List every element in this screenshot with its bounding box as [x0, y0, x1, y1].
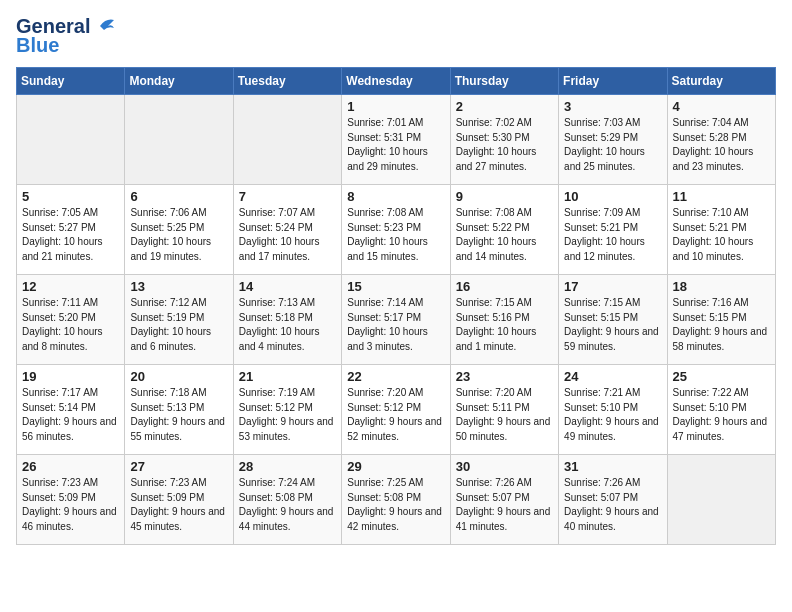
calendar-cell: 26 Sunrise: 7:23 AM Sunset: 5:09 PM Dayl… — [17, 455, 125, 545]
calendar-table: SundayMondayTuesdayWednesdayThursdayFrid… — [16, 67, 776, 545]
day-info: Sunrise: 7:23 AM Sunset: 5:09 PM Dayligh… — [22, 476, 119, 534]
calendar-cell: 1 Sunrise: 7:01 AM Sunset: 5:31 PM Dayli… — [342, 95, 450, 185]
day-number: 13 — [130, 279, 227, 294]
day-number: 14 — [239, 279, 336, 294]
calendar-cell: 25 Sunrise: 7:22 AM Sunset: 5:10 PM Dayl… — [667, 365, 775, 455]
calendar-cell: 27 Sunrise: 7:23 AM Sunset: 5:09 PM Dayl… — [125, 455, 233, 545]
calendar-cell: 14 Sunrise: 7:13 AM Sunset: 5:18 PM Dayl… — [233, 275, 341, 365]
day-number: 10 — [564, 189, 661, 204]
calendar-cell — [17, 95, 125, 185]
col-header-saturday: Saturday — [667, 68, 775, 95]
col-header-friday: Friday — [559, 68, 667, 95]
logo-bird-icon — [92, 16, 116, 36]
day-number: 20 — [130, 369, 227, 384]
logo-blue: Blue — [16, 34, 59, 57]
day-info: Sunrise: 7:26 AM Sunset: 5:07 PM Dayligh… — [564, 476, 661, 534]
day-number: 6 — [130, 189, 227, 204]
day-info: Sunrise: 7:09 AM Sunset: 5:21 PM Dayligh… — [564, 206, 661, 264]
day-number: 28 — [239, 459, 336, 474]
day-number: 27 — [130, 459, 227, 474]
calendar-cell — [233, 95, 341, 185]
day-info: Sunrise: 7:21 AM Sunset: 5:10 PM Dayligh… — [564, 386, 661, 444]
day-info: Sunrise: 7:15 AM Sunset: 5:16 PM Dayligh… — [456, 296, 553, 354]
day-info: Sunrise: 7:26 AM Sunset: 5:07 PM Dayligh… — [456, 476, 553, 534]
day-number: 9 — [456, 189, 553, 204]
day-number: 23 — [456, 369, 553, 384]
calendar-cell: 4 Sunrise: 7:04 AM Sunset: 5:28 PM Dayli… — [667, 95, 775, 185]
day-number: 16 — [456, 279, 553, 294]
day-info: Sunrise: 7:19 AM Sunset: 5:12 PM Dayligh… — [239, 386, 336, 444]
day-number: 22 — [347, 369, 444, 384]
calendar-cell: 20 Sunrise: 7:18 AM Sunset: 5:13 PM Dayl… — [125, 365, 233, 455]
calendar-cell: 18 Sunrise: 7:16 AM Sunset: 5:15 PM Dayl… — [667, 275, 775, 365]
day-info: Sunrise: 7:01 AM Sunset: 5:31 PM Dayligh… — [347, 116, 444, 174]
calendar-cell: 23 Sunrise: 7:20 AM Sunset: 5:11 PM Dayl… — [450, 365, 558, 455]
calendar-cell: 13 Sunrise: 7:12 AM Sunset: 5:19 PM Dayl… — [125, 275, 233, 365]
calendar-cell: 17 Sunrise: 7:15 AM Sunset: 5:15 PM Dayl… — [559, 275, 667, 365]
day-info: Sunrise: 7:15 AM Sunset: 5:15 PM Dayligh… — [564, 296, 661, 354]
day-info: Sunrise: 7:11 AM Sunset: 5:20 PM Dayligh… — [22, 296, 119, 354]
day-info: Sunrise: 7:12 AM Sunset: 5:19 PM Dayligh… — [130, 296, 227, 354]
day-number: 8 — [347, 189, 444, 204]
day-info: Sunrise: 7:06 AM Sunset: 5:25 PM Dayligh… — [130, 206, 227, 264]
day-info: Sunrise: 7:17 AM Sunset: 5:14 PM Dayligh… — [22, 386, 119, 444]
calendar-cell: 16 Sunrise: 7:15 AM Sunset: 5:16 PM Dayl… — [450, 275, 558, 365]
logo-general: General — [16, 16, 90, 36]
day-number: 4 — [673, 99, 770, 114]
day-info: Sunrise: 7:20 AM Sunset: 5:12 PM Dayligh… — [347, 386, 444, 444]
day-number: 19 — [22, 369, 119, 384]
calendar-cell: 12 Sunrise: 7:11 AM Sunset: 5:20 PM Dayl… — [17, 275, 125, 365]
day-info: Sunrise: 7:04 AM Sunset: 5:28 PM Dayligh… — [673, 116, 770, 174]
calendar-cell — [125, 95, 233, 185]
col-header-monday: Monday — [125, 68, 233, 95]
calendar-cell: 19 Sunrise: 7:17 AM Sunset: 5:14 PM Dayl… — [17, 365, 125, 455]
day-info: Sunrise: 7:14 AM Sunset: 5:17 PM Dayligh… — [347, 296, 444, 354]
day-number: 26 — [22, 459, 119, 474]
calendar-cell: 22 Sunrise: 7:20 AM Sunset: 5:12 PM Dayl… — [342, 365, 450, 455]
day-info: Sunrise: 7:20 AM Sunset: 5:11 PM Dayligh… — [456, 386, 553, 444]
logo: General Blue — [16, 16, 116, 57]
calendar-cell: 11 Sunrise: 7:10 AM Sunset: 5:21 PM Dayl… — [667, 185, 775, 275]
calendar-cell: 28 Sunrise: 7:24 AM Sunset: 5:08 PM Dayl… — [233, 455, 341, 545]
day-number: 1 — [347, 99, 444, 114]
day-info: Sunrise: 7:25 AM Sunset: 5:08 PM Dayligh… — [347, 476, 444, 534]
day-number: 12 — [22, 279, 119, 294]
calendar-cell: 29 Sunrise: 7:25 AM Sunset: 5:08 PM Dayl… — [342, 455, 450, 545]
day-number: 11 — [673, 189, 770, 204]
calendar-cell: 6 Sunrise: 7:06 AM Sunset: 5:25 PM Dayli… — [125, 185, 233, 275]
calendar-cell: 2 Sunrise: 7:02 AM Sunset: 5:30 PM Dayli… — [450, 95, 558, 185]
day-info: Sunrise: 7:07 AM Sunset: 5:24 PM Dayligh… — [239, 206, 336, 264]
calendar-cell: 8 Sunrise: 7:08 AM Sunset: 5:23 PM Dayli… — [342, 185, 450, 275]
day-number: 5 — [22, 189, 119, 204]
day-number: 15 — [347, 279, 444, 294]
calendar-cell: 10 Sunrise: 7:09 AM Sunset: 5:21 PM Dayl… — [559, 185, 667, 275]
day-number: 29 — [347, 459, 444, 474]
calendar-cell: 3 Sunrise: 7:03 AM Sunset: 5:29 PM Dayli… — [559, 95, 667, 185]
day-info: Sunrise: 7:08 AM Sunset: 5:23 PM Dayligh… — [347, 206, 444, 264]
calendar-cell: 21 Sunrise: 7:19 AM Sunset: 5:12 PM Dayl… — [233, 365, 341, 455]
calendar-cell: 7 Sunrise: 7:07 AM Sunset: 5:24 PM Dayli… — [233, 185, 341, 275]
day-number: 30 — [456, 459, 553, 474]
day-info: Sunrise: 7:05 AM Sunset: 5:27 PM Dayligh… — [22, 206, 119, 264]
day-info: Sunrise: 7:18 AM Sunset: 5:13 PM Dayligh… — [130, 386, 227, 444]
day-info: Sunrise: 7:02 AM Sunset: 5:30 PM Dayligh… — [456, 116, 553, 174]
day-number: 24 — [564, 369, 661, 384]
day-info: Sunrise: 7:10 AM Sunset: 5:21 PM Dayligh… — [673, 206, 770, 264]
day-number: 3 — [564, 99, 661, 114]
day-info: Sunrise: 7:24 AM Sunset: 5:08 PM Dayligh… — [239, 476, 336, 534]
day-info: Sunrise: 7:16 AM Sunset: 5:15 PM Dayligh… — [673, 296, 770, 354]
day-info: Sunrise: 7:22 AM Sunset: 5:10 PM Dayligh… — [673, 386, 770, 444]
calendar-cell — [667, 455, 775, 545]
col-header-thursday: Thursday — [450, 68, 558, 95]
day-info: Sunrise: 7:03 AM Sunset: 5:29 PM Dayligh… — [564, 116, 661, 174]
day-info: Sunrise: 7:23 AM Sunset: 5:09 PM Dayligh… — [130, 476, 227, 534]
day-number: 31 — [564, 459, 661, 474]
col-header-tuesday: Tuesday — [233, 68, 341, 95]
day-info: Sunrise: 7:08 AM Sunset: 5:22 PM Dayligh… — [456, 206, 553, 264]
calendar-cell: 5 Sunrise: 7:05 AM Sunset: 5:27 PM Dayli… — [17, 185, 125, 275]
day-number: 18 — [673, 279, 770, 294]
day-info: Sunrise: 7:13 AM Sunset: 5:18 PM Dayligh… — [239, 296, 336, 354]
calendar-cell: 24 Sunrise: 7:21 AM Sunset: 5:10 PM Dayl… — [559, 365, 667, 455]
day-number: 7 — [239, 189, 336, 204]
day-number: 21 — [239, 369, 336, 384]
